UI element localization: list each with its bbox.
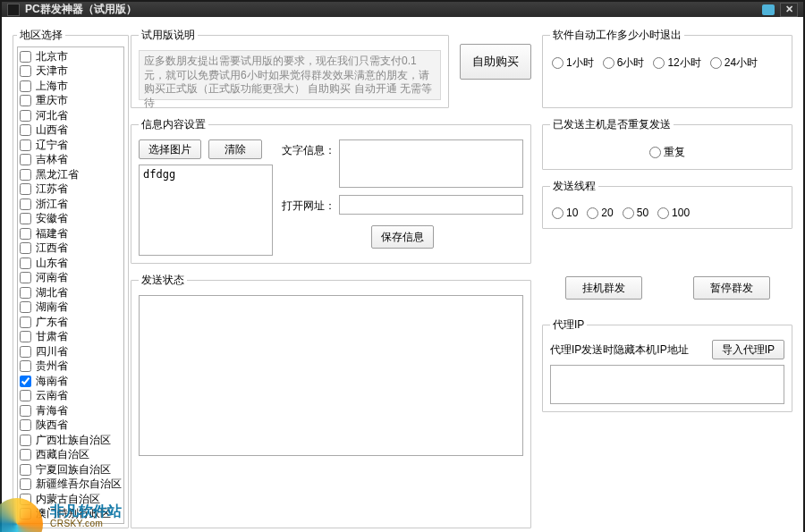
region-row[interactable]: 北京市 [20, 49, 122, 64]
region-checkbox[interactable] [20, 110, 31, 122]
region-row[interactable]: 吉林省 [20, 153, 122, 168]
region-checkbox[interactable] [20, 390, 31, 401]
threads-radio[interactable] [552, 207, 564, 219]
region-checkbox[interactable] [20, 198, 31, 210]
region-checkbox[interactable] [20, 272, 31, 283]
region-checkbox[interactable] [20, 51, 31, 63]
auto-exit-radio[interactable] [710, 57, 722, 69]
start-button[interactable]: 挂机群发 [565, 276, 642, 300]
region-checkbox[interactable] [20, 360, 31, 372]
region-row[interactable]: 陕西省 [20, 418, 122, 434]
pause-button[interactable]: 暂停群发 [693, 276, 770, 300]
region-row[interactable]: 河南省 [20, 271, 122, 286]
auto-exit-option[interactable]: 24小时 [710, 55, 758, 71]
region-checkbox[interactable] [20, 317, 31, 328]
region-list[interactable]: 北京市天津市上海市重庆市河北省山西省辽宁省吉林省黑龙江省江苏省浙江省安徽省福建省… [17, 46, 124, 524]
region-checkbox[interactable] [20, 494, 31, 505]
region-row[interactable]: 西藏自治区 [20, 448, 122, 463]
threads-radio[interactable] [657, 207, 669, 219]
threads-radio[interactable] [587, 207, 598, 219]
restore-button[interactable] [759, 3, 777, 17]
close-icon: ✕ [785, 4, 793, 14]
region-checkbox[interactable] [20, 331, 31, 342]
region-row[interactable]: 安徽省 [20, 212, 122, 227]
auto-exit-option[interactable]: 12小时 [653, 55, 700, 71]
threads-option[interactable]: 50 [623, 207, 648, 219]
region-row[interactable]: 重庆市 [20, 94, 122, 109]
dedup-option[interactable]: 重复 [649, 145, 685, 160]
region-checkbox[interactable] [20, 376, 31, 387]
region-row[interactable]: 湖北省 [20, 285, 122, 300]
region-row[interactable]: 甘肃省 [20, 330, 122, 345]
proxy-list-box[interactable] [550, 365, 784, 404]
region-checkbox[interactable] [20, 287, 31, 299]
region-row[interactable]: 山东省 [20, 256, 122, 271]
region-checkbox[interactable] [20, 435, 31, 446]
auto-exit-radio[interactable] [653, 57, 665, 69]
region-row[interactable]: 广东省 [20, 315, 122, 330]
region-checkbox[interactable] [20, 242, 31, 254]
dedup-radio[interactable] [649, 147, 661, 158]
region-row[interactable]: 辽宁省 [20, 138, 122, 153]
region-row[interactable]: 湖南省 [20, 300, 122, 316]
content-textarea[interactable] [139, 165, 273, 256]
select-image-button[interactable]: 选择图片 [139, 139, 201, 159]
region-row[interactable]: 四川省 [20, 344, 122, 359]
region-row[interactable]: 江苏省 [20, 182, 122, 198]
region-checkbox[interactable] [20, 228, 31, 240]
region-checkbox[interactable] [20, 346, 31, 358]
region-row[interactable]: 贵州省 [20, 359, 122, 375]
region-checkbox[interactable] [20, 169, 31, 181]
region-row[interactable]: 新疆维吾尔自治区 [20, 477, 122, 493]
region-row[interactable]: 黑龙江省 [20, 167, 122, 182]
region-row[interactable]: 河北省 [20, 108, 122, 123]
region-row[interactable]: 广西壮族自治区 [20, 433, 122, 448]
region-checkbox[interactable] [20, 124, 31, 136]
region-checkbox[interactable] [20, 449, 31, 460]
close-button[interactable]: ✕ [780, 3, 798, 17]
threads-option[interactable]: 100 [657, 207, 690, 219]
region-row[interactable]: 浙江省 [20, 197, 122, 212]
region-row[interactable]: 青海省 [20, 403, 122, 418]
region-checkbox[interactable] [20, 258, 31, 269]
region-row[interactable]: 海南省 [20, 374, 122, 389]
region-row[interactable]: 天津市 [20, 64, 122, 80]
status-group: 发送状态 [131, 273, 531, 528]
buy-button[interactable]: 自助购买 [460, 44, 531, 80]
region-row[interactable]: 江西省 [20, 241, 122, 257]
auto-exit-radio[interactable] [603, 57, 614, 69]
region-checkbox[interactable] [20, 80, 31, 92]
open-url-input[interactable] [339, 195, 523, 215]
region-checkbox[interactable] [20, 478, 31, 490]
auto-exit-option[interactable]: 6小时 [603, 55, 645, 71]
threads-option[interactable]: 20 [587, 207, 613, 219]
region-row[interactable]: 澳门特别行政区 [20, 507, 122, 522]
region-row[interactable]: 山西省 [20, 123, 122, 139]
region-checkbox[interactable] [20, 508, 31, 519]
auto-exit-option[interactable]: 1小时 [552, 55, 594, 71]
auto-exit-radio[interactable] [552, 57, 564, 69]
region-checkbox[interactable] [20, 183, 31, 195]
region-label: 山东省 [36, 256, 68, 271]
region-row[interactable]: 内蒙古自治区 [20, 492, 122, 507]
region-checkbox[interactable] [20, 65, 31, 77]
status-box[interactable] [139, 295, 523, 456]
import-proxy-button[interactable]: 导入代理IP [712, 340, 784, 359]
threads-option[interactable]: 10 [552, 207, 578, 219]
region-row[interactable]: 上海市 [20, 79, 122, 94]
region-checkbox[interactable] [20, 139, 31, 151]
region-checkbox[interactable] [20, 405, 31, 417]
threads-radio[interactable] [623, 207, 634, 219]
region-checkbox[interactable] [20, 419, 31, 431]
save-info-button[interactable]: 保存信息 [371, 225, 434, 249]
text-info-input[interactable] [339, 139, 523, 188]
region-row[interactable]: 福建省 [20, 226, 122, 241]
region-row[interactable]: 宁夏回族自治区 [20, 462, 122, 477]
region-checkbox[interactable] [20, 464, 31, 476]
region-checkbox[interactable] [20, 154, 31, 165]
region-checkbox[interactable] [20, 213, 31, 224]
clear-button[interactable]: 清除 [208, 139, 262, 159]
region-checkbox[interactable] [20, 301, 31, 313]
region-row[interactable]: 云南省 [20, 389, 122, 404]
region-checkbox[interactable] [20, 95, 31, 106]
